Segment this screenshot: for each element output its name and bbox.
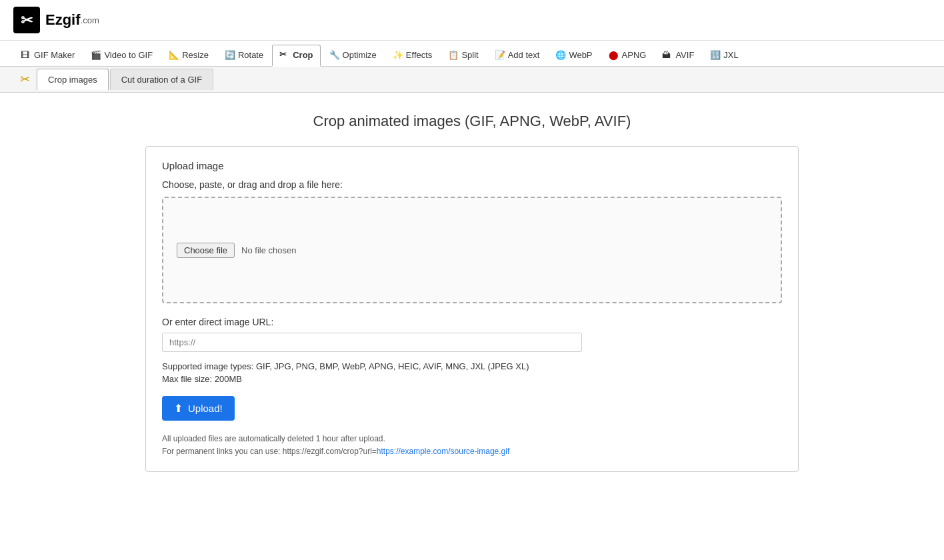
subtab-cut-duration[interactable]: Cut duration of a GIF (110, 69, 213, 90)
scissors-icon: ✂ (13, 67, 37, 92)
nav-label-webp: WebP (569, 50, 592, 60)
nav-item-jxl[interactable]: 🔢 JXL (703, 45, 745, 66)
nav-label-rotate: Rotate (238, 50, 263, 60)
nav-label-gif-maker: GIF Maker (34, 50, 75, 60)
webp-icon: 🌐 (555, 50, 566, 61)
upload-button-label: Upload! (188, 403, 223, 414)
nav-item-optimize[interactable]: 🔧 Optimize (322, 45, 384, 66)
nav-label-apng: APNG (622, 50, 647, 60)
video-to-gif-icon: 🎬 (91, 50, 101, 61)
nav-label-add-text: Add text (508, 50, 540, 60)
nav-item-video-to-gif[interactable]: 🎬 Video to GIF (83, 45, 160, 66)
nav-item-effects[interactable]: ✨ Effects (385, 45, 440, 66)
supported-types-label: Supported image types: GIF, JPG, PNG, BM… (162, 361, 782, 371)
rotate-icon: 🔄 (225, 50, 235, 61)
main-content: Crop animated images (GIF, APNG, WebP, A… (0, 93, 944, 492)
page-title: Crop animated images (GIF, APNG, WebP, A… (13, 113, 931, 130)
url-input[interactable] (162, 333, 582, 352)
svg-text:✂: ✂ (21, 12, 33, 29)
main-nav: 🎞 GIF Maker 🎬 Video to GIF 📐 Resize 🔄 Ro… (0, 41, 944, 67)
nav-label-jxl: JXL (723, 50, 738, 60)
nav-label-crop: Crop (293, 50, 313, 60)
split-icon: 📋 (448, 50, 459, 61)
url-label: Or enter direct image URL: (162, 317, 782, 327)
nav-item-crop[interactable]: ✂ Crop (272, 45, 320, 67)
site-name: Ezgif (45, 11, 81, 29)
footer-notes: All uploaded files are automatically del… (162, 433, 782, 458)
nav-label-optimize: Optimize (343, 50, 377, 60)
nav-label-split: Split (461, 50, 478, 60)
nav-item-rotate[interactable]: 🔄 Rotate (217, 45, 271, 66)
effects-icon: ✨ (393, 50, 403, 61)
footer-note2: For permanent links you can use: https:/… (162, 445, 782, 458)
choose-file-button[interactable]: Choose file (177, 243, 235, 258)
site-logo[interactable]: ✂ Ezgif.com (13, 7, 99, 33)
gif-maker-icon: 🎞 (21, 50, 31, 61)
subtabs-bar: ✂ Crop images Cut duration of a GIF (0, 67, 944, 93)
upload-card: Upload image Choose, paste, or drag and … (145, 146, 799, 472)
add-text-icon: 📝 (495, 50, 505, 61)
nav-item-resize[interactable]: 📐 Resize (161, 45, 216, 66)
jxl-icon: 🔢 (710, 50, 721, 61)
nav-label-resize: Resize (182, 50, 209, 60)
subtab-crop-images[interactable]: Crop images (37, 69, 109, 90)
upload-instructions: Choose, paste, or drag and drop a file h… (162, 179, 782, 190)
site-tld: .com (81, 15, 99, 25)
nav-label-avif: AVIF (675, 50, 694, 60)
nav-item-apng[interactable]: ⬤ APNG (601, 45, 654, 66)
resize-icon: 📐 (169, 50, 179, 61)
upload-icon: ⬆ (174, 402, 183, 415)
nav-item-gif-maker[interactable]: 🎞 GIF Maker (13, 45, 82, 66)
nav-item-webp[interactable]: 🌐 WebP (548, 45, 599, 66)
upload-button[interactable]: ⬆ Upload! (162, 396, 235, 421)
footer-note2-prefix: For permanent links you can use: https:/… (162, 447, 377, 456)
footer-note1: All uploaded files are automatically del… (162, 433, 782, 445)
upload-card-heading: Upload image (162, 160, 782, 171)
max-size-label: Max file size: 200MB (162, 374, 782, 384)
no-file-label: No file chosen (241, 245, 296, 255)
header: ✂ Ezgif.com (0, 0, 944, 41)
footer-note2-link[interactable]: https://example.com/source-image.gif (377, 447, 509, 456)
nav-item-split[interactable]: 📋 Split (441, 45, 485, 66)
avif-icon: 🏔 (662, 50, 673, 61)
nav-item-add-text[interactable]: 📝 Add text (487, 45, 547, 66)
optimize-icon: 🔧 (329, 50, 340, 61)
crop-icon: ✂ (279, 49, 290, 60)
nav-label-effects: Effects (406, 50, 433, 60)
nav-label-video-to-gif: Video to GIF (104, 50, 153, 60)
logo-icon: ✂ (13, 7, 40, 33)
nav-item-avif[interactable]: 🏔 AVIF (655, 45, 701, 66)
apng-icon: ⬤ (609, 50, 619, 61)
file-input-wrapper: Choose file No file chosen (177, 243, 296, 258)
drop-zone[interactable]: Choose file No file chosen (162, 197, 782, 303)
